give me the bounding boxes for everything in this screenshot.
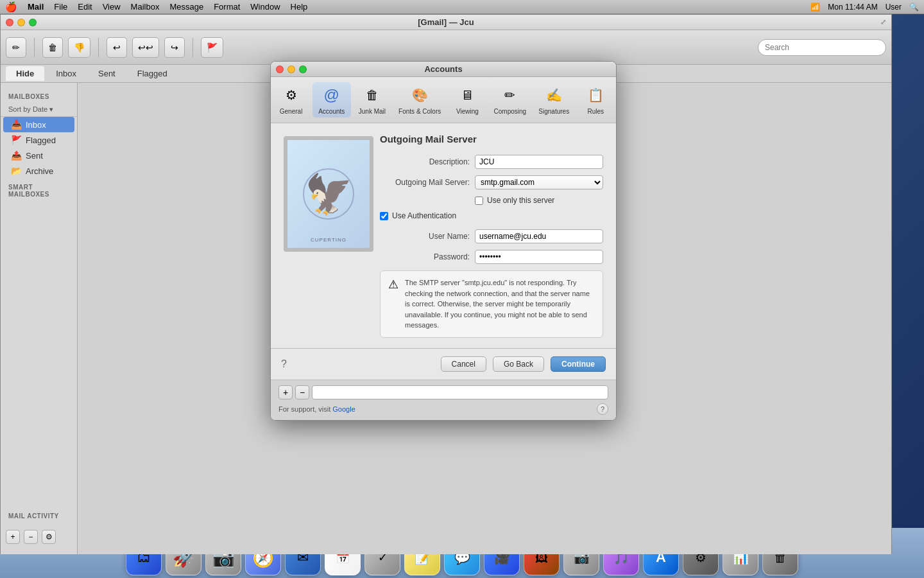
- maximize-button[interactable]: [29, 19, 37, 26]
- forward-button[interactable]: ↪: [164, 37, 185, 58]
- search-icon[interactable]: 🔍: [909, 3, 919, 12]
- use-only-server-label: Use only this server: [487, 196, 554, 205]
- sidebar-item-inbox[interactable]: 📥 Inbox: [3, 117, 74, 132]
- tab-hide[interactable]: Hide: [6, 66, 44, 81]
- continue-button[interactable]: Continue: [551, 356, 606, 372]
- description-label: Description:: [380, 157, 470, 166]
- outgoing-section: Outgoing Mail Server Description: Outgoi…: [380, 134, 603, 338]
- modal-help-button[interactable]: ?: [281, 358, 287, 370]
- tab-inbox[interactable]: Inbox: [46, 66, 87, 81]
- remove-account-button[interactable]: −: [295, 385, 309, 399]
- modal-footer: ? Cancel Go Back Continue: [271, 348, 616, 380]
- sidebar-label-flagged: Flagged: [26, 136, 56, 145]
- menu-edit[interactable]: Edit: [78, 2, 92, 12]
- use-only-server-checkbox[interactable]: [475, 197, 483, 205]
- menu-mail[interactable]: Mail: [28, 2, 44, 12]
- settings-button[interactable]: ⚙: [42, 530, 56, 544]
- tab-signatures[interactable]: ✍ Signatures: [533, 82, 574, 118]
- password-row: Password:: [380, 250, 603, 264]
- cancel-button[interactable]: Cancel: [441, 356, 486, 372]
- menu-mailbox[interactable]: Mailbox: [131, 2, 160, 12]
- tab-fonts-colors[interactable]: 🎨 Fonts & Colors: [393, 82, 446, 118]
- flag-button[interactable]: 🚩: [201, 37, 223, 58]
- accounts-toolbar: ⚙ General @ Accounts 🗑 Junk Mail 🎨 Fonts…: [271, 77, 616, 123]
- toolbar-separator-1: [34, 38, 35, 57]
- outgoing-server-select[interactable]: smtp.gmail.com: [475, 175, 603, 189]
- add-account-button[interactable]: +: [278, 385, 293, 399]
- toolbar: ✏ 🗑 👎 ↩ ↩↩ ↪ 🚩: [1, 30, 891, 65]
- menu-message[interactable]: Message: [169, 2, 203, 12]
- use-only-server-row: Use only this server: [475, 196, 603, 205]
- outgoing-server-row: Outgoing Mail Server: smtp.gmail.com: [380, 175, 603, 189]
- sub-help-button[interactable]: ?: [597, 403, 608, 415]
- resize-handle[interactable]: ⤢: [880, 18, 886, 26]
- tab-rules[interactable]: 📋 Rules: [576, 82, 615, 118]
- menu-file[interactable]: File: [54, 2, 67, 12]
- menu-format[interactable]: Format: [214, 2, 240, 12]
- tab-composing[interactable]: ✏ Composing: [489, 82, 532, 118]
- remove-mailbox-button[interactable]: −: [24, 530, 38, 544]
- mailboxes-section-title: MAILBOXES: [1, 88, 77, 103]
- sidebar-item-sent[interactable]: 📤 Sent: [3, 148, 74, 163]
- use-auth-label: Use Authentication: [392, 211, 456, 220]
- description-input[interactable]: [475, 155, 603, 169]
- junk-button[interactable]: 👎: [68, 37, 90, 58]
- window-controls: [6, 19, 37, 26]
- tab-general[interactable]: ⚙ General: [272, 82, 311, 118]
- sidebar-item-flagged[interactable]: 🚩 Flagged: [3, 132, 74, 148]
- sidebar-label-inbox: Inbox: [26, 120, 46, 130]
- tab-sent[interactable]: Sent: [88, 66, 126, 81]
- minimize-button[interactable]: [17, 19, 25, 26]
- modal-zoom-button[interactable]: [299, 66, 307, 73]
- stamp-eagle-icon: 🦅: [305, 171, 353, 217]
- tab-flagged[interactable]: Flagged: [127, 66, 178, 81]
- outgoing-server-label: Outgoing Mail Server:: [380, 178, 470, 187]
- google-link[interactable]: Google: [332, 405, 355, 413]
- tab-accounts[interactable]: @ Accounts: [312, 82, 351, 118]
- compose-button[interactable]: ✏: [6, 37, 26, 58]
- viewing-label: Viewing: [456, 108, 479, 115]
- description-row: Description:: [380, 155, 603, 169]
- outgoing-title: Outgoing Mail Server: [380, 134, 603, 144]
- search-input[interactable]: [758, 39, 886, 56]
- modal-close-button[interactable]: [276, 66, 284, 73]
- password-input[interactable]: [475, 250, 603, 264]
- general-label: General: [280, 108, 303, 115]
- add-mailbox-button[interactable]: +: [6, 530, 20, 544]
- close-button[interactable]: [6, 19, 13, 26]
- menu-help[interactable]: Help: [291, 2, 308, 12]
- sort-bar[interactable]: Sort by Date ▾: [1, 103, 77, 117]
- modal-minimize-button[interactable]: [287, 66, 295, 73]
- menu-view[interactable]: View: [103, 2, 121, 12]
- stamp-text: CUPERTING: [311, 237, 346, 243]
- sub-footer: For support, visit Google ?: [278, 403, 608, 415]
- toolbar-separator-2: [98, 38, 99, 57]
- viewing-icon: 🖥: [457, 85, 477, 105]
- user-name: User: [886, 3, 902, 12]
- stamp-border: 🦅 CUPERTING: [284, 136, 373, 252]
- username-input[interactable]: [475, 229, 603, 243]
- menu-window[interactable]: Window: [250, 2, 280, 12]
- warning-box: ⚠ The SMTP server "smtp.jcu.edu" is not …: [380, 270, 603, 338]
- archive-icon: 📂: [11, 166, 22, 176]
- delete-button[interactable]: 🗑: [42, 37, 63, 58]
- warning-icon: ⚠: [388, 277, 398, 292]
- use-auth-checkbox[interactable]: [380, 212, 388, 220]
- modal-title-bar: Accounts: [271, 62, 616, 77]
- sidebar-item-archive[interactable]: 📂 Archive: [3, 163, 74, 179]
- main-app-window: [Gmail] — Jcu ⤢ ✏ 🗑 👎 ↩ ↩↩ ↪ 🚩 Hide Inbo…: [0, 14, 892, 554]
- reply-button[interactable]: ↩: [107, 37, 127, 58]
- tab-viewing[interactable]: 🖥 Viewing: [448, 82, 486, 118]
- junk-mail-label: Junk Mail: [359, 108, 386, 115]
- signatures-icon: ✍: [543, 85, 564, 105]
- account-name-input[interactable]: [312, 385, 608, 399]
- username-row: User Name:: [380, 229, 603, 243]
- menubar: 🍎 Mail File Edit View Mailbox Message Fo…: [0, 0, 924, 14]
- reply-all-button[interactable]: ↩↩: [132, 37, 159, 58]
- sent-icon: 📤: [11, 150, 22, 161]
- tab-junk-mail[interactable]: 🗑 Junk Mail: [353, 82, 391, 118]
- apple-menu[interactable]: 🍎: [5, 1, 17, 13]
- rules-label: Rules: [588, 108, 604, 115]
- sub-window-area: + − For support, visit Google ?: [271, 380, 616, 420]
- go-back-button[interactable]: Go Back: [493, 356, 544, 372]
